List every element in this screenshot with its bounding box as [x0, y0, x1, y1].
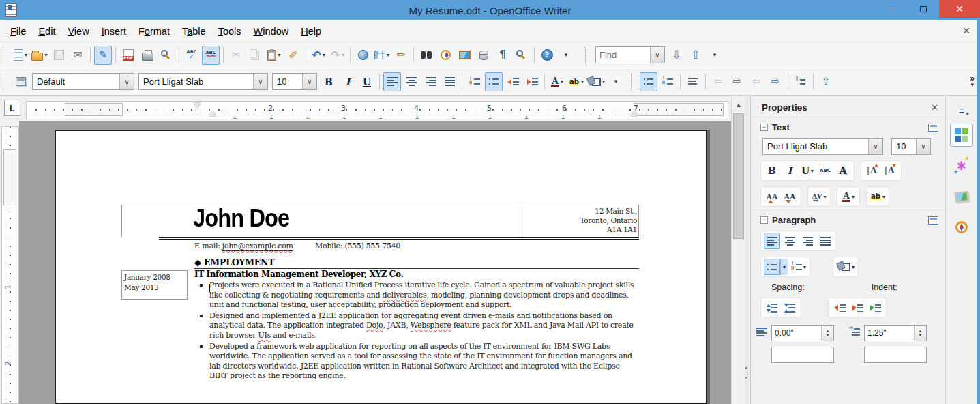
print-button[interactable]: [138, 46, 156, 65]
strikethrough-button[interactable]: ABC: [817, 162, 833, 179]
bullet-list-dropdown[interactable]: ▾: [780, 259, 788, 275]
highlighting-dropdown[interactable]: ▾: [581, 78, 584, 85]
font-size-dropdown[interactable]: ∨: [302, 74, 316, 89]
horizontal-ruler[interactable]: 234567 ⊥⊥⊥⊥⊥⊥⊥⊥⊥⊥⊥: [26, 101, 728, 119]
tab-styles[interactable]: ✱: [950, 154, 973, 177]
tab-properties[interactable]: [950, 124, 973, 147]
numbered-list-dropdown[interactable]: ▾: [803, 264, 806, 270]
sidebar-increase-indent-button[interactable]: [831, 300, 848, 316]
find-previous-button[interactable]: ⇧: [687, 46, 704, 65]
decrease-indent-button[interactable]: [504, 72, 522, 91]
collapse-icon[interactable]: −: [760, 216, 768, 224]
sidebar-bullet-list-button[interactable]: [764, 259, 780, 275]
background-color-dropdown[interactable]: ▾: [852, 264, 855, 270]
page-preview-button[interactable]: [158, 46, 175, 65]
tab-gallery[interactable]: [950, 185, 973, 208]
font-color-dropdown[interactable]: ▾: [852, 194, 855, 200]
sidebar-align-justify-button[interactable]: [817, 233, 833, 249]
demote-with-subpoints-button[interactable]: ⇨: [767, 72, 784, 91]
data-sources-button[interactable]: [475, 46, 492, 65]
find-dropdown[interactable]: ∨: [650, 47, 664, 63]
toolbar-grip[interactable]: [631, 74, 636, 90]
menu-file[interactable]: File: [4, 23, 32, 40]
menu-view[interactable]: View: [61, 23, 95, 40]
vertical-ruler[interactable]: 12: [1, 126, 19, 404]
decrease-font-button[interactable]: AA: [782, 188, 798, 205]
highlighting-button[interactable]: ab▾: [567, 72, 585, 91]
sidebar-font-name-select[interactable]: Port Lligat Slab ∨: [762, 138, 883, 155]
navigator-button[interactable]: [436, 46, 454, 65]
paragraph-style-select[interactable]: Default ∨: [32, 73, 134, 90]
insert-table-dropdown[interactable]: ▾: [387, 52, 389, 58]
background-color-button[interactable]: ▾: [586, 72, 606, 91]
edit-file-button[interactable]: ✎: [94, 46, 112, 65]
font-name-dropdown[interactable]: ∨: [253, 74, 267, 89]
sidebar-menu-button[interactable]: ≡ ▾: [958, 105, 964, 116]
export-pdf-button[interactable]: PDF: [119, 46, 137, 65]
align-right-button[interactable]: [421, 72, 439, 91]
toolbar-options-button[interactable]: ▾: [557, 46, 575, 65]
find-combobox[interactable]: ∨: [595, 46, 665, 63]
sidebar-align-left-button[interactable]: [764, 233, 780, 249]
above-spacing-input[interactable]: [772, 328, 813, 338]
restart-numbering-button[interactable]: [792, 72, 810, 91]
paste-dropdown[interactable]: ▾: [278, 52, 280, 58]
scroll-up-button[interactable]: ▲: [733, 98, 744, 111]
format-paintbrush-button[interactable]: ✐: [284, 46, 302, 65]
right-indent-marker[interactable]: [631, 111, 638, 116]
bullet-list-button[interactable]: [485, 72, 503, 91]
increase-font-button[interactable]: AA: [764, 188, 780, 205]
hyperlink-button[interactable]: [354, 46, 372, 65]
shadow-button[interactable]: A: [835, 162, 851, 179]
scrollbar-thumb[interactable]: [733, 113, 744, 239]
menu-edit[interactable]: Edit: [32, 23, 61, 40]
align-center-button[interactable]: [402, 72, 420, 91]
tab-stop-selector[interactable]: L: [4, 100, 20, 116]
left-indent-marker[interactable]: [209, 111, 216, 116]
styles-window-button[interactable]: [12, 72, 29, 91]
paragraph-more-options-icon[interactable]: [928, 216, 938, 225]
align-justify-button[interactable]: [441, 72, 458, 91]
menu-tools[interactable]: Tools: [212, 23, 248, 40]
sidebar-font-size-select[interactable]: 10 ∨: [891, 138, 931, 155]
menu-insert[interactable]: Insert: [95, 23, 132, 40]
menu-window[interactable]: Window: [248, 23, 295, 40]
toolbar-overflow[interactable]: » ▾: [970, 75, 975, 88]
sidebar-align-right-button[interactable]: [799, 233, 816, 249]
numbered-list-button[interactable]: [659, 72, 677, 91]
style-dropdown[interactable]: ∨: [119, 74, 134, 89]
close-button[interactable]: ✕: [939, 0, 980, 18]
underline-dropdown[interactable]: ▾: [811, 168, 814, 174]
undo-button[interactable]: ↶▾: [310, 46, 327, 65]
autospellcheck-button[interactable]: ABC∼∼: [202, 46, 220, 65]
sidebar-splitter[interactable]: ▸ ⋮ ▸: [745, 96, 750, 404]
gallery-button[interactable]: [456, 46, 473, 65]
email-document-button[interactable]: ✉: [69, 46, 87, 65]
paragraph-background-button[interactable]: ▾: [836, 259, 855, 275]
font-color-button[interactable]: A▾: [548, 72, 566, 91]
before-indent-spinner[interactable]: ▲▼: [914, 326, 926, 341]
increase-size-button[interactable]: A: [864, 162, 880, 179]
paste-button[interactable]: ▾: [265, 46, 283, 65]
open-button[interactable]: ▾: [31, 46, 48, 65]
below-paragraph-spacing-field[interactable]: [771, 347, 834, 363]
find-input[interactable]: [596, 47, 649, 63]
bold-button[interactable]: B: [320, 72, 338, 91]
find-toolbar-options-button[interactable]: ▾: [706, 46, 724, 65]
bullet-list-button[interactable]: [640, 72, 657, 91]
align-left-button[interactable]: [383, 72, 401, 91]
toolbar-grip[interactable]: [585, 47, 590, 63]
before-indent-input[interactable]: [865, 328, 906, 338]
sidebar-underline-button[interactable]: U▾: [799, 162, 816, 179]
font-size-select[interactable]: 10 ∨: [272, 73, 317, 90]
document-page[interactable]: John Doe 12 Main St., Toronto, Ontario A…: [55, 130, 707, 404]
new-document-button[interactable]: ▾: [12, 46, 29, 65]
tab-navigator[interactable]: [950, 216, 973, 239]
text-more-options-icon[interactable]: [928, 124, 938, 132]
insert-table-button[interactable]: ▾: [373, 46, 391, 65]
increase-indent-button[interactable]: [523, 72, 541, 91]
find-next-button[interactable]: ⇩: [668, 46, 685, 65]
draw-functions-button[interactable]: ✏: [392, 46, 410, 65]
above-spacing-spinner[interactable]: ▲▼: [821, 326, 833, 341]
font-name-select[interactable]: Port Lligat Slab ∨: [138, 73, 268, 90]
